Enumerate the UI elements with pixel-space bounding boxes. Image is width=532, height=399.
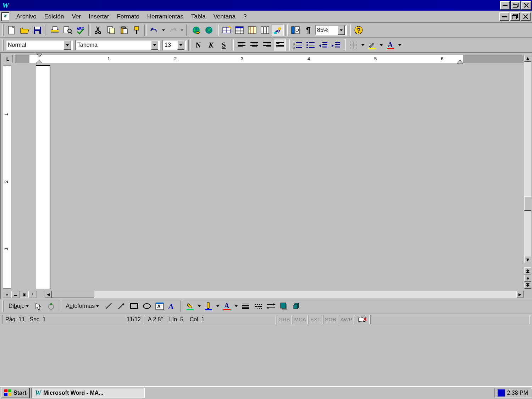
doc-minimize-button[interactable] (499, 12, 509, 21)
wordart-button[interactable]: A (166, 300, 178, 312)
status-grb[interactable]: GRB (277, 315, 292, 324)
autoshapes-menu-button[interactable]: Autoformas (63, 301, 102, 311)
align-left-button[interactable] (235, 39, 248, 51)
columns-button[interactable] (259, 24, 271, 36)
bullet-list-button[interactable] (304, 39, 316, 51)
doc-close-button[interactable] (521, 12, 531, 21)
previous-page-button[interactable] (524, 267, 531, 275)
font-color-button[interactable]: A (384, 39, 397, 51)
style-combo[interactable]: Normal (6, 40, 73, 50)
highlight-button[interactable] (366, 39, 378, 51)
undo-button[interactable] (148, 24, 160, 36)
shadow-button[interactable] (278, 300, 290, 312)
rectangle-button[interactable] (128, 300, 140, 312)
scroll-down-button[interactable]: ▼ (524, 256, 531, 263)
start-button[interactable]: Start (1, 388, 30, 398)
tables-borders-button[interactable] (221, 24, 233, 36)
menu-herramientas[interactable]: Herramientas (144, 12, 187, 22)
cut-button[interactable] (92, 24, 104, 36)
3d-button[interactable] (290, 300, 303, 312)
next-page-button[interactable] (524, 282, 531, 289)
bold-button[interactable]: N (192, 39, 204, 51)
line-color-dropdown[interactable] (215, 300, 220, 312)
hscroll-thumb[interactable] (52, 291, 94, 298)
oval-button[interactable] (141, 300, 153, 312)
increase-indent-button[interactable] (330, 39, 342, 51)
first-line-indent-marker[interactable] (37, 54, 42, 57)
new-button[interactable] (6, 24, 18, 36)
menu-formato[interactable]: Formato (113, 12, 143, 22)
textbox-button[interactable]: A (154, 300, 166, 312)
menu-tabla[interactable]: Tabla (188, 12, 209, 22)
menu-archivo[interactable]: Archivo (13, 12, 40, 22)
undo-dropdown[interactable] (161, 24, 166, 36)
align-justify-button[interactable] (274, 39, 286, 51)
vertical-scrollbar[interactable]: ▲ ▼ (524, 55, 531, 263)
hyperlink-button[interactable] (190, 24, 202, 36)
menu-edicion[interactable]: Edición (41, 12, 68, 22)
line-button[interactable] (102, 300, 115, 312)
show-hide-button[interactable]: ¶ (302, 24, 314, 36)
print-button[interactable] (49, 24, 61, 36)
fill-color-dropdown[interactable] (197, 300, 202, 312)
decrease-indent-button[interactable] (317, 39, 329, 51)
horizontal-scrollbar[interactable]: ◄ ► (45, 291, 523, 298)
online-view-button[interactable]: ▬ (11, 291, 20, 298)
fontsize-combo[interactable]: 13 (162, 40, 187, 50)
status-awp[interactable]: AWP (339, 315, 354, 324)
line-style-button[interactable] (239, 300, 251, 312)
font-combo[interactable]: Tahoma (75, 40, 160, 50)
select-objects-button[interactable] (32, 300, 44, 312)
underline-button[interactable]: S (218, 39, 230, 51)
draw-menu-button[interactable]: Dibujo (6, 301, 32, 311)
left-indent-marker[interactable] (37, 60, 42, 64)
highlight-dropdown[interactable] (379, 39, 384, 51)
minimize-button[interactable] (500, 1, 510, 10)
align-center-button[interactable] (248, 39, 260, 51)
open-button[interactable] (18, 24, 31, 36)
horizontal-ruler[interactable]: 1 2 3 4 5 6 (15, 55, 523, 63)
browse-object-button[interactable]: ● (524, 275, 531, 282)
status-book-icon[interactable] (355, 315, 370, 324)
menu-insertar[interactable]: Insertar (85, 12, 113, 22)
fill-color-button[interactable] (184, 300, 196, 312)
paste-button[interactable] (118, 24, 130, 36)
status-sob[interactable]: SOB (323, 315, 338, 324)
outline-view-button[interactable]: ⋮ (28, 291, 37, 298)
page-layout-view-button[interactable]: ▣ (20, 291, 28, 298)
drawing-toggle-button[interactable] (272, 24, 284, 36)
copy-button[interactable] (105, 24, 117, 36)
tab-selector[interactable]: L (3, 55, 13, 63)
web-toolbar-button[interactable] (203, 24, 215, 36)
font-color-draw-button[interactable]: A (221, 300, 233, 312)
right-indent-marker[interactable] (457, 60, 463, 63)
font-color-draw-dropdown[interactable] (234, 300, 239, 312)
borders-dropdown[interactable] (360, 39, 365, 51)
numbered-list-button[interactable]: 123 (292, 39, 304, 51)
zoom-combo[interactable]: 85% (315, 25, 347, 35)
print-preview-button[interactable] (62, 24, 74, 36)
free-rotate-button[interactable] (45, 300, 57, 312)
menu-ventana[interactable]: Ventana (210, 12, 239, 22)
document-canvas[interactable] (15, 65, 523, 289)
scroll-up-button[interactable]: ▲ (524, 55, 531, 62)
redo-button[interactable] (167, 24, 179, 36)
menu-help[interactable]: ? (240, 12, 250, 22)
borders-button[interactable] (348, 39, 360, 51)
font-color-dropdown[interactable] (397, 39, 402, 51)
tray-network-icon[interactable] (498, 389, 505, 397)
arrow-style-button[interactable] (265, 300, 277, 312)
close-button[interactable] (521, 1, 531, 10)
insert-table-button[interactable] (233, 24, 245, 36)
arrow-button[interactable] (115, 300, 127, 312)
status-ext[interactable]: EXT (309, 315, 322, 324)
vertical-ruler[interactable]: 1 2 3 (3, 65, 11, 289)
help-button[interactable]: ? (353, 24, 365, 36)
format-painter-button[interactable] (131, 24, 143, 36)
restore-button[interactable] (511, 1, 521, 10)
scroll-left-button[interactable]: ◄ (45, 291, 52, 298)
normal-view-button[interactable]: ≡ (3, 291, 11, 298)
document-icon[interactable] (1, 12, 9, 21)
save-button[interactable] (31, 24, 43, 36)
task-button-word[interactable]: W Microsoft Word - MA... (31, 388, 145, 398)
